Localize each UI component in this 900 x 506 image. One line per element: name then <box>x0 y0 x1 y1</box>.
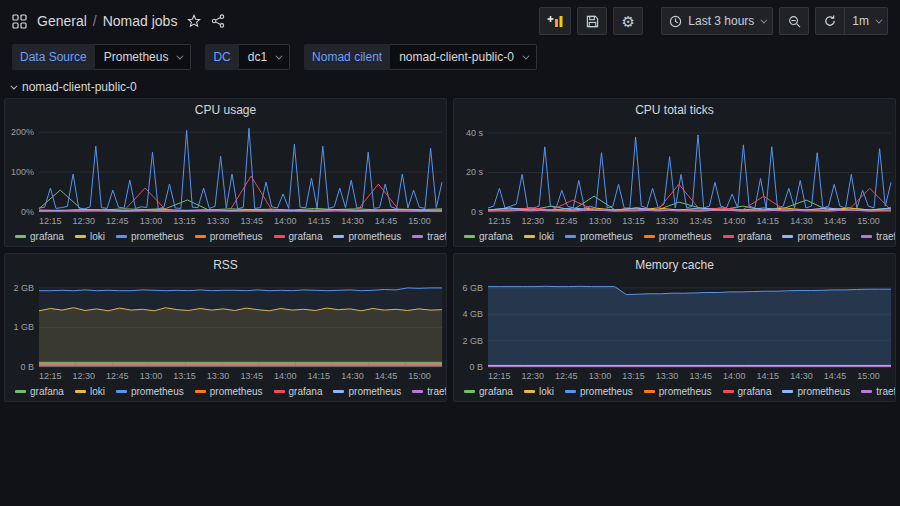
svg-text:100%: 100% <box>11 167 34 177</box>
svg-text:12:30: 12:30 <box>73 371 96 381</box>
legend-item-prometheus[interactable]: prometheus <box>565 386 633 397</box>
legend-item-loki[interactable]: loki <box>524 231 554 242</box>
series-name: loki <box>90 231 105 242</box>
time-series-chart[interactable]: 0%100%200%12:1512:3012:4513:0013:1513:30… <box>5 119 446 227</box>
svg-text:13:15: 13:15 <box>173 371 196 381</box>
series-color-swatch <box>412 390 423 393</box>
legend-item-prometheus[interactable]: prometheus <box>195 231 263 242</box>
svg-text:14:00: 14:00 <box>723 371 746 381</box>
legend-item-grafana[interactable]: grafana <box>723 386 772 397</box>
series-color-swatch <box>195 390 206 393</box>
chart-canvas: 0 B2 GB4 GB6 GB12:1512:3012:4513:0013:15… <box>454 274 895 382</box>
series-color-swatch <box>333 390 344 393</box>
svg-text:13:15: 13:15 <box>622 371 645 381</box>
dashboard-row-toggle[interactable]: nomad-client-public-0 <box>0 78 900 98</box>
series-name: traefik <box>876 231 895 242</box>
svg-text:13:30: 13:30 <box>207 216 230 226</box>
time-range-picker[interactable]: Last 3 hours <box>661 7 773 35</box>
legend-item-prometheus[interactable]: prometheus <box>195 386 263 397</box>
series-color-swatch <box>15 390 26 393</box>
series-name: grafana <box>30 231 64 242</box>
legend-item-grafana[interactable]: grafana <box>15 386 64 397</box>
time-series-chart[interactable]: 0 s20 s40 s12:1512:3012:4513:0013:1513:3… <box>454 119 895 227</box>
series-color-swatch <box>524 235 535 238</box>
panel-memory-cache: Memory cache 0 B2 GB4 GB6 GB12:1512:3012… <box>453 253 896 402</box>
svg-text:13:30: 13:30 <box>656 216 679 226</box>
svg-text:14:45: 14:45 <box>375 216 398 226</box>
panel-title[interactable]: Memory cache <box>454 254 895 274</box>
legend-item-grafana[interactable]: grafana <box>15 231 64 242</box>
add-panel-button[interactable] <box>539 7 571 35</box>
series-color-swatch <box>861 235 872 238</box>
legend-item-traefik[interactable]: traefik <box>861 231 895 242</box>
svg-text:200%: 200% <box>11 127 34 137</box>
legend-item-traefik[interactable]: traefik <box>412 386 446 397</box>
breadcrumb-folder[interactable]: General <box>37 13 87 29</box>
time-series-chart[interactable]: 0 B2 GB4 GB6 GB12:1512:3012:4513:0013:15… <box>454 274 895 382</box>
svg-text:6 GB: 6 GB <box>462 283 483 293</box>
svg-text:14:30: 14:30 <box>790 216 813 226</box>
legend-item-grafana[interactable]: grafana <box>464 386 513 397</box>
refresh-button[interactable] <box>815 7 845 35</box>
dashboards-grid-icon[interactable] <box>12 14 27 29</box>
variable-value-picker[interactable]: dc1 <box>239 44 290 70</box>
legend-item-prometheus[interactable]: prometheus <box>644 386 712 397</box>
legend-item-prometheus[interactable]: prometheus <box>782 386 850 397</box>
legend-item-prometheus[interactable]: prometheus <box>333 386 401 397</box>
zoom-out-button[interactable] <box>779 7 809 35</box>
svg-text:13:45: 13:45 <box>240 371 263 381</box>
panel-legend: grafanalokiprometheusprometheusgrafanapr… <box>5 227 446 246</box>
svg-text:0 B: 0 B <box>20 362 34 372</box>
legend-item-prometheus[interactable]: prometheus <box>116 231 184 242</box>
share-icon[interactable] <box>211 14 225 28</box>
svg-text:14:15: 14:15 <box>757 371 780 381</box>
legend-item-prometheus[interactable]: prometheus <box>782 231 850 242</box>
legend-item-loki[interactable]: loki <box>524 386 554 397</box>
svg-text:12:30: 12:30 <box>522 216 545 226</box>
legend-item-traefik[interactable]: traefik <box>412 231 446 242</box>
chevron-down-icon <box>10 82 17 89</box>
svg-text:13:45: 13:45 <box>240 216 263 226</box>
dashboard-settings-button[interactable]: ⚙ <box>613 7 643 35</box>
svg-text:15:00: 15:00 <box>408 371 431 381</box>
legend-item-traefik[interactable]: traefik <box>861 386 895 397</box>
svg-text:12:15: 12:15 <box>488 216 511 226</box>
series-name: grafana <box>479 231 513 242</box>
svg-text:12:30: 12:30 <box>522 371 545 381</box>
variable-value-picker[interactable]: Prometheus <box>95 44 192 70</box>
refresh-icon <box>824 15 836 27</box>
legend-item-grafana[interactable]: grafana <box>274 386 323 397</box>
svg-text:14:15: 14:15 <box>308 216 331 226</box>
series-color-swatch <box>782 390 793 393</box>
series-color-swatch <box>274 390 285 393</box>
panel-title[interactable]: CPU total ticks <box>454 99 895 119</box>
panel-title[interactable]: CPU usage <box>5 99 446 119</box>
legend-item-prometheus[interactable]: prometheus <box>116 386 184 397</box>
save-dashboard-button[interactable] <box>577 7 607 35</box>
series-color-swatch <box>723 235 734 238</box>
series-name: prometheus <box>348 386 401 397</box>
svg-text:15:00: 15:00 <box>857 371 880 381</box>
variable-value-picker[interactable]: nomad-client-public-0 <box>390 44 537 70</box>
legend-item-loki[interactable]: loki <box>75 231 105 242</box>
svg-text:40 s: 40 s <box>466 128 484 138</box>
panel-title[interactable]: RSS <box>5 254 446 274</box>
legend-item-grafana[interactable]: grafana <box>274 231 323 242</box>
chevron-down-icon <box>177 52 184 59</box>
chart-canvas: 0 s20 s40 s12:1512:3012:4513:0013:1513:3… <box>454 119 895 227</box>
svg-text:2 GB: 2 GB <box>13 283 34 293</box>
zoom-out-icon <box>788 15 801 28</box>
legend-item-grafana[interactable]: grafana <box>723 231 772 242</box>
dashboard-variables-bar: Data Source Prometheus DC dc1 Nomad cile… <box>0 42 900 78</box>
star-icon[interactable] <box>187 14 201 28</box>
legend-item-prometheus[interactable]: prometheus <box>565 231 633 242</box>
legend-item-prometheus[interactable]: prometheus <box>333 231 401 242</box>
refresh-interval-picker[interactable]: 1m <box>845 7 888 35</box>
svg-text:12:45: 12:45 <box>106 371 129 381</box>
breadcrumb-dashboard[interactable]: Nomad jobs <box>103 13 178 29</box>
legend-item-loki[interactable]: loki <box>75 386 105 397</box>
legend-item-grafana[interactable]: grafana <box>464 231 513 242</box>
series-name: prometheus <box>210 386 263 397</box>
legend-item-prometheus[interactable]: prometheus <box>644 231 712 242</box>
time-series-chart[interactable]: 0 B1 GB2 GB12:1512:3012:4513:0013:1513:3… <box>5 274 446 382</box>
